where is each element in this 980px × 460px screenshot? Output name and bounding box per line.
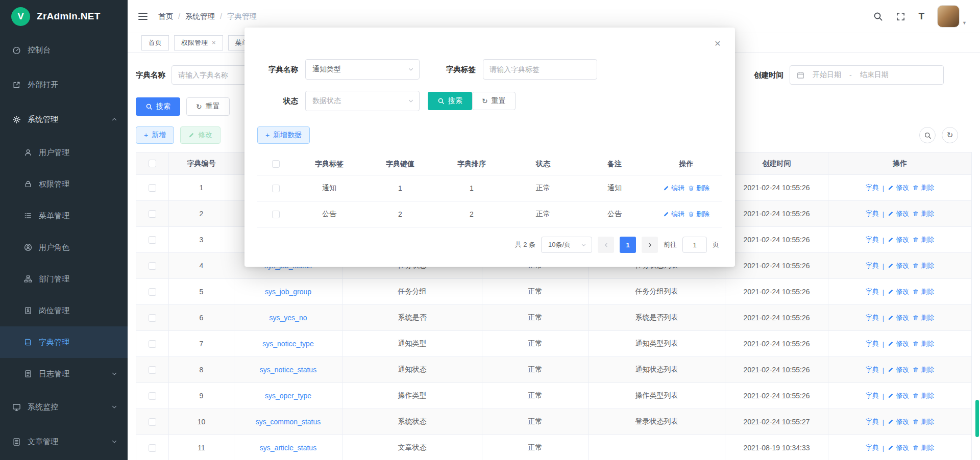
action-dict-link[interactable]: 字典 [866,339,879,348]
sidebar-item-system-monitor[interactable]: 系统监控 [0,390,128,424]
sidebar-item-article-mgmt[interactable]: 文章管理 [0,424,128,459]
sidebar-item-dict-mgmt[interactable]: 字典管理 [0,326,128,358]
user-menu[interactable]: ▼ [937,5,967,28]
sidebar-item-user-mgmt[interactable]: 用户管理 [0,137,128,168]
action-edit-link[interactable]: 修改 [888,443,909,452]
page-1-button[interactable]: 1 [620,237,636,253]
action-edit-link[interactable]: 修改 [888,261,909,270]
date-range-picker[interactable]: 开始日期 - 结束日期 [790,65,944,85]
action-dict-link[interactable]: 字典 [866,443,879,452]
action-edit-link[interactable]: 修改 [888,287,909,296]
action-dict-link[interactable]: 字典 [866,183,879,192]
dict-label-input[interactable] [483,59,597,80]
action-edit-link[interactable]: 修改 [888,235,909,244]
action-delete-link[interactable]: 删除 [913,443,934,452]
action-edit-link[interactable]: 修改 [888,313,909,322]
status-select[interactable]: 数据状态 [305,91,420,111]
row-checkbox[interactable] [149,418,156,426]
action-delete-link[interactable]: 删除 [913,261,934,270]
action-edit-link[interactable]: 编辑 [663,184,684,193]
avatar[interactable] [937,5,960,28]
select-all-checkbox[interactable] [149,160,156,167]
cell-dict-type-link[interactable]: sys_notice_status [260,366,316,374]
action-dict-link[interactable]: 字典 [866,417,879,426]
cell-dict-type-link[interactable]: sys_yes_no [270,314,307,322]
action-delete-link[interactable]: 删除 [913,391,934,400]
action-dict-link[interactable]: 字典 [866,209,879,218]
action-delete-link[interactable]: 删除 [913,417,934,426]
tab-home[interactable]: 首页 [141,35,169,50]
row-checkbox[interactable] [149,184,156,192]
row-checkbox[interactable] [149,444,156,452]
action-edit-link[interactable]: 修改 [888,183,909,192]
action-delete-link[interactable]: 删除 [913,235,934,244]
sidebar-item-post-mgmt[interactable]: 岗位管理 [0,295,128,326]
scrollbar-thumb[interactable] [975,400,979,437]
table-refresh-button[interactable]: ↻ [942,127,958,143]
breadcrumb-system[interactable]: 系统管理 [185,12,215,21]
fullscreen-icon[interactable] [896,12,905,21]
cell-dict-type-link[interactable]: sys_job_group [265,288,311,296]
table-search-toggle-button[interactable] [919,127,936,143]
action-delete-link[interactable]: 删除 [913,183,934,192]
sidebar-item-console[interactable]: 控制台 [0,33,128,67]
prev-page-button[interactable] [598,237,614,253]
next-page-button[interactable] [642,237,658,253]
sidebar-item-menu-mgmt[interactable]: 菜单管理 [0,200,128,232]
row-checkbox[interactable] [149,340,156,348]
cell-dict-type-link[interactable]: sys_common_status [256,418,321,426]
action-dict-link[interactable]: 字典 [866,313,879,322]
sidebar-item-dept-mgmt[interactable]: 部门管理 [0,263,128,295]
action-dict-link[interactable]: 字典 [866,261,879,270]
action-edit-link[interactable]: 修改 [888,391,909,400]
dict-name-select[interactable]: 通知类型 [305,59,420,80]
row-checkbox[interactable] [272,185,280,192]
select-all-checkbox[interactable] [272,160,280,168]
action-delete-link[interactable]: 删除 [913,365,934,374]
action-edit-link[interactable]: 修改 [888,417,909,426]
search-button[interactable]: 搜索 [136,97,180,116]
action-delete-link[interactable]: 删除 [913,339,934,348]
row-checkbox[interactable] [149,288,156,296]
modal-search-button[interactable]: 搜索 [428,92,472,110]
sidebar-item-system-group[interactable]: 系统管理 [0,102,128,137]
action-edit-link[interactable]: 修改 [888,209,909,218]
sidebar-item-log-mgmt[interactable]: 日志管理 [0,358,128,390]
action-delete-link[interactable]: 删除 [913,287,934,296]
cell-dict-type-link[interactable]: sys_oper_type [265,392,311,400]
goto-page-input[interactable] [682,237,707,253]
action-dict-link[interactable]: 字典 [866,235,879,244]
breadcrumb-home[interactable]: 首页 [158,12,173,21]
sidebar-collapse-icon[interactable] [138,12,148,21]
tab-permission-mgmt[interactable]: 权限管理 × [174,35,223,50]
font-size-icon[interactable]: T [918,11,924,22]
row-checkbox[interactable] [149,314,156,322]
action-dict-link[interactable]: 字典 [866,365,879,374]
row-checkbox[interactable] [149,262,156,270]
action-delete-link[interactable]: 删除 [688,210,709,219]
edit-button[interactable]: 修改 [180,126,220,144]
row-checkbox[interactable] [272,211,280,218]
page-size-select[interactable]: 10条/页 [541,237,592,253]
action-edit-link[interactable]: 编辑 [663,210,684,219]
cell-dict-type-link[interactable]: sys_article_status [260,444,316,452]
row-checkbox[interactable] [149,366,156,374]
sidebar-item-user-role[interactable]: 用户角色 [0,232,128,263]
action-delete-link[interactable]: 删除 [913,209,934,218]
row-checkbox[interactable] [149,210,156,218]
close-icon[interactable]: × [715,38,721,48]
row-checkbox[interactable] [149,392,156,400]
action-dict-link[interactable]: 字典 [866,391,879,400]
sidebar-item-external[interactable]: 外部打开 [0,67,128,102]
action-dict-link[interactable]: 字典 [866,287,879,296]
action-delete-link[interactable]: 删除 [688,184,709,193]
action-edit-link[interactable]: 修改 [888,365,909,374]
add-button[interactable]: + 新增 [136,126,174,144]
tab-close-icon[interactable]: × [212,39,216,46]
action-edit-link[interactable]: 修改 [888,339,909,348]
search-icon[interactable] [873,11,883,21]
action-delete-link[interactable]: 删除 [913,313,934,322]
row-checkbox[interactable] [149,236,156,244]
cell-dict-type-link[interactable]: sys_notice_type [262,340,313,348]
modal-reset-button[interactable]: ↻ 重置 [472,92,516,110]
